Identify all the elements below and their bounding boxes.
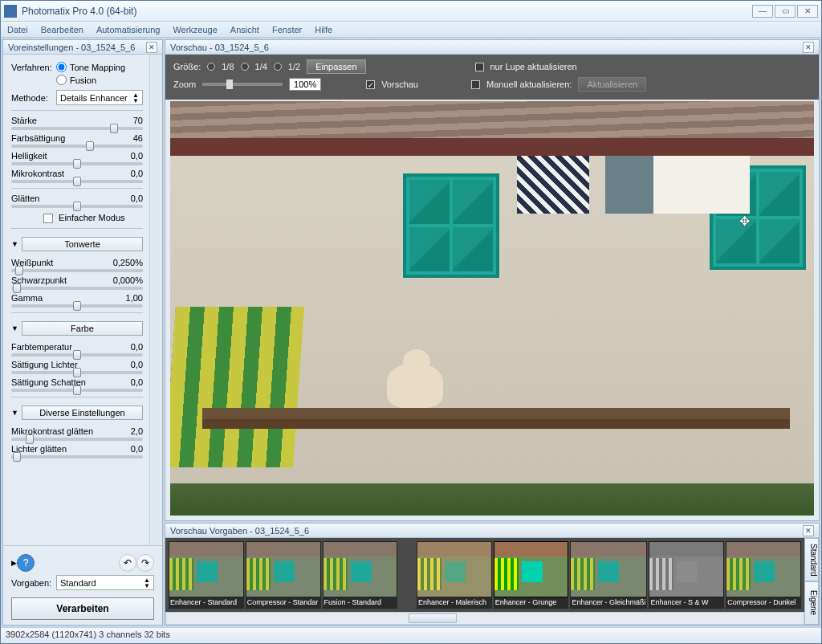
settings-panel: Voreinstellungen - 03_1524_5_6 ✕ Verfahr… bbox=[2, 39, 163, 626]
menu-fenster[interactable]: Fenster bbox=[266, 25, 308, 35]
section-tonwerte[interactable]: Tonwerte bbox=[22, 237, 143, 251]
slider-sliders1-1[interactable]: Farbsättigung46 bbox=[11, 133, 143, 148]
presets-panel-close[interactable]: ✕ bbox=[803, 525, 814, 536]
menu-ansicht[interactable]: Ansicht bbox=[224, 25, 266, 35]
section2-toggle[interactable]: ▼ bbox=[11, 324, 18, 332]
section1-toggle[interactable]: ▼ bbox=[11, 240, 18, 248]
preset-item[interactable]: Enhancer - S & W bbox=[649, 541, 724, 609]
undo-icon[interactable]: ↶ bbox=[119, 554, 136, 572]
slider-sliders1-2[interactable]: Helligkeit0,0 bbox=[11, 151, 143, 165]
menu-datei[interactable]: Datei bbox=[1, 25, 35, 35]
minimize-button[interactable]: — bbox=[752, 5, 773, 18]
preset-item[interactable]: Compressor - Dunkel bbox=[726, 541, 801, 609]
presets-panel-title: Vorschau Vorgaben - 03_1524_5_6 bbox=[170, 526, 309, 536]
slider-glatten[interactable]: Glätten 0,0 bbox=[11, 194, 143, 208]
menu-hilfe[interactable]: Hilfe bbox=[308, 25, 339, 35]
slider-sliders3-2[interactable]: Sättigung Schatten0,0 bbox=[11, 377, 143, 392]
zoom-slider[interactable] bbox=[202, 83, 283, 86]
settings-panel-close[interactable]: ✕ bbox=[146, 42, 157, 53]
zoom-label: Zoom bbox=[173, 79, 196, 89]
preview-panel-close[interactable]: ✕ bbox=[803, 42, 814, 53]
app-window: Photomatix Pro 4.0 (64-bit) — ▭ ✕ Datei … bbox=[0, 0, 822, 644]
status-text: 3902x2584 (1120x741) 3 channels 32 bits bbox=[6, 630, 170, 639]
statusbar: 3902x2584 (1120x741) 3 channels 32 bits bbox=[1, 627, 821, 643]
preview-panel-title: Vorschau - 03_1524_5_6 bbox=[170, 43, 269, 52]
vorgaben-combo[interactable]: Standard ▲▼ bbox=[56, 575, 154, 590]
methode-label: Methode: bbox=[11, 93, 56, 103]
help-icon[interactable]: ? bbox=[17, 554, 35, 572]
close-button[interactable]: ✕ bbox=[797, 5, 818, 18]
tab-standard[interactable]: Standard bbox=[804, 538, 819, 581]
section3-toggle[interactable]: ▼ bbox=[11, 409, 18, 417]
radio-fusion[interactable] bbox=[56, 75, 67, 85]
titlebar: Photomatix Pro 4.0 (64-bit) — ▭ ✕ bbox=[1, 1, 821, 22]
menu-werkzeuge[interactable]: Werkzeuge bbox=[166, 25, 223, 35]
tab-eigene[interactable]: Eigene bbox=[804, 581, 819, 625]
size-radio-14[interactable] bbox=[241, 63, 249, 71]
slider-sliders3-1[interactable]: Sättigung Lichter0,0 bbox=[11, 360, 143, 374]
extra-toggle[interactable]: ▶ bbox=[11, 559, 17, 567]
preview-image[interactable]: ✥ bbox=[170, 101, 814, 516]
preset-item[interactable]: Fusion - Standard bbox=[323, 541, 398, 609]
slider-sliders2-2[interactable]: Gamma1,00 bbox=[11, 293, 143, 308]
verfahren-label: Verfahren: bbox=[11, 63, 56, 72]
vorschau-checkbox[interactable] bbox=[366, 80, 375, 89]
preset-item[interactable]: Enhancer - Gleichmäßi bbox=[570, 541, 647, 609]
settings-panel-title: Voreinstellungen - 03_1524_5_6 bbox=[8, 43, 135, 52]
slider-sliders2-0[interactable]: Weißpunkt0,250% bbox=[11, 258, 143, 272]
methode-value: Details Enhancer bbox=[60, 93, 128, 103]
process-button[interactable]: Verarbeiten bbox=[11, 597, 154, 620]
size-label: Größe: bbox=[173, 62, 201, 71]
manuell-checkbox[interactable] bbox=[471, 80, 480, 89]
section-farbe[interactable]: Farbe bbox=[22, 321, 143, 336]
preview-toolbar: Größe: 1/8 1/4 1/2 Einpassen nur Lupe ak… bbox=[165, 55, 819, 100]
app-title: Photomatix Pro 4.0 (64-bit) bbox=[22, 6, 752, 17]
section-diverse[interactable]: Diverse Einstellungen bbox=[22, 406, 143, 420]
zoom-input[interactable] bbox=[289, 78, 321, 91]
menubar: Datei Bearbeiten Automatisierung Werkzeu… bbox=[1, 22, 821, 38]
menu-bearbeiten[interactable]: Bearbeiten bbox=[35, 25, 90, 35]
slider-sliders3-0[interactable]: Farbtemperatur0,0 bbox=[11, 342, 143, 357]
radio-tonemapping-label: Tone Mapping bbox=[70, 63, 125, 72]
slider-sliders2-1[interactable]: Schwarzpunkt0,000% bbox=[11, 275, 143, 290]
aktualisieren-button[interactable]: Aktualisieren bbox=[578, 77, 646, 92]
redo-icon[interactable]: ↷ bbox=[136, 554, 154, 572]
preset-item[interactable]: Enhancer - Malerisch bbox=[417, 541, 492, 609]
move-cursor-icon: ✥ bbox=[739, 214, 750, 229]
preset-item[interactable]: Compressor - Standar bbox=[246, 541, 321, 609]
slider-sliders1-0[interactable]: Stärke70 bbox=[11, 116, 143, 130]
preset-item[interactable]: Enhancer - Standard bbox=[169, 541, 244, 609]
presets-panel: Vorschau Vorgaben - 03_1524_5_6 ✕ Enhanc… bbox=[165, 523, 820, 626]
size-radio-12[interactable] bbox=[274, 63, 282, 71]
radio-tonemapping[interactable] bbox=[56, 62, 67, 72]
slider-sliders4-0[interactable]: Mikrokontrast glätten2,0 bbox=[11, 426, 143, 441]
radio-fusion-label: Fusion bbox=[70, 75, 96, 85]
settings-scrollbar[interactable] bbox=[149, 55, 162, 545]
preset-item[interactable]: Enhancer - Grunge bbox=[494, 541, 569, 609]
lupe-checkbox[interactable] bbox=[475, 63, 484, 71]
einfacher-label: Einfacher Modus bbox=[59, 213, 125, 222]
methode-combo[interactable]: Details Enhancer ▲▼ bbox=[56, 90, 143, 105]
vorgaben-label: Vorgaben: bbox=[11, 578, 56, 588]
size-radio-18[interactable] bbox=[207, 63, 215, 71]
slider-sliders1-3[interactable]: Mikrokontrast0,0 bbox=[11, 169, 143, 183]
einpassen-button[interactable]: Einpassen bbox=[307, 59, 365, 74]
app-icon bbox=[4, 5, 17, 18]
preview-panel: Vorschau - 03_1524_5_6 ✕ Größe: 1/8 1/4 … bbox=[165, 39, 820, 521]
maximize-button[interactable]: ▭ bbox=[775, 5, 796, 18]
einfacher-checkbox[interactable] bbox=[43, 214, 53, 223]
presets-scrollbar[interactable] bbox=[165, 612, 804, 625]
slider-sliders4-1[interactable]: Lichter glätten0,0 bbox=[11, 444, 143, 459]
menu-automatisierung[interactable]: Automatisierung bbox=[90, 25, 167, 35]
